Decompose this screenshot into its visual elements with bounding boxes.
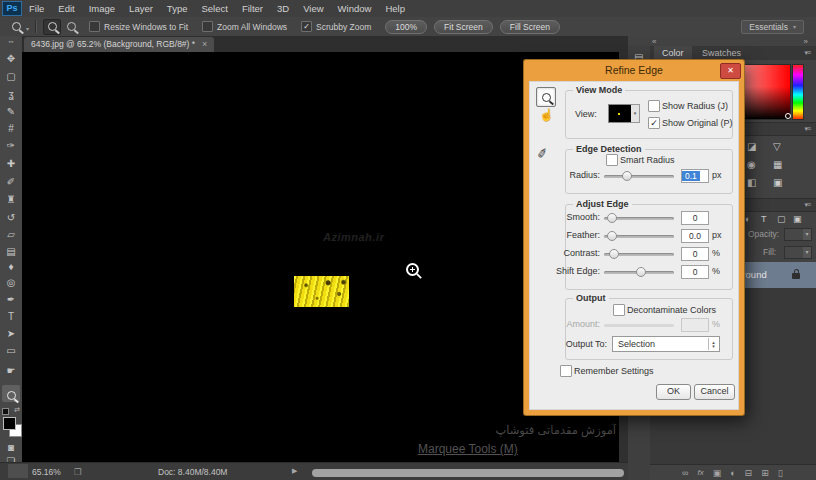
layers-panel-menu-icon[interactable]: ▾≡ — [804, 201, 810, 209]
adjustments-panel-menu-icon[interactable]: ▾≡ — [804, 125, 810, 133]
doc-copy-icon[interactable]: ❐ — [74, 467, 82, 477]
menu-image[interactable]: Image — [82, 1, 122, 17]
collapse-dock-icon[interactable]: « — [652, 37, 656, 46]
lasso-tool[interactable]: ʓ — [0, 88, 22, 102]
filter-adjustment-layers-icon[interactable]: ◐ — [745, 212, 750, 226]
menu-view[interactable]: View — [296, 1, 330, 17]
remember-settings-checkbox[interactable] — [560, 365, 572, 377]
opacity-field[interactable]: ▾ — [784, 228, 812, 241]
zoom-all-windows-checkbox[interactable]: Zoom All Windows — [202, 21, 301, 32]
menu-help[interactable]: Help — [378, 1, 412, 17]
show-original-checkbox[interactable]: ✓ — [648, 117, 660, 129]
menu-type[interactable]: Type — [160, 1, 195, 17]
quick-mask-button[interactable]: ◙ — [0, 441, 22, 455]
dialog-hand-tool-button[interactable]: ☝ — [539, 108, 554, 122]
hand-tool[interactable]: ☛ — [0, 364, 22, 378]
fill-screen-button[interactable]: Fill Screen — [500, 20, 560, 34]
expand-dock-icon[interactable]: » — [804, 37, 808, 46]
cancel-button[interactable]: Cancel — [694, 384, 735, 400]
document-tab-close-icon[interactable]: × — [202, 37, 207, 52]
type-tool[interactable]: T — [0, 310, 22, 324]
layer-group-icon[interactable]: ⊟ — [745, 468, 753, 478]
clone-stamp-tool[interactable]: ♜ — [0, 193, 22, 207]
layer-style-icon[interactable]: fx — [697, 468, 703, 477]
adjustment-icon-black-white[interactable]: ▦ — [773, 158, 782, 172]
rectangular-marquee-tool[interactable]: ▢ — [0, 70, 22, 84]
menu-filter[interactable]: Filter — [235, 1, 270, 17]
delete-layer-icon[interactable]: ▯ — [778, 468, 783, 478]
shift-edge-slider[interactable] — [604, 271, 674, 274]
layer-mask-icon[interactable]: ▣ — [713, 468, 722, 478]
menu-layer[interactable]: Layer — [122, 1, 160, 17]
shift-edge-field[interactable]: 0 — [681, 265, 709, 279]
radius-field[interactable]: 0.1 — [681, 169, 709, 183]
smooth-field[interactable]: 0 — [681, 211, 709, 225]
menu-window[interactable]: Window — [331, 1, 379, 17]
feather-field[interactable]: 0.0 — [681, 229, 709, 243]
color-panel-menu-icon[interactable]: ▾≡ — [804, 49, 810, 57]
default-colors-icon[interactable] — [2, 408, 9, 415]
adjustment-layer-icon[interactable]: ◐ — [730, 468, 735, 478]
view-dropdown-arrow[interactable]: ▾ — [631, 104, 640, 123]
decontaminate-checkbox[interactable] — [613, 304, 625, 316]
feather-slider-thumb[interactable] — [607, 231, 617, 241]
rectangle-tool[interactable]: ▭ — [0, 344, 22, 358]
healing-brush-tool[interactable]: ✚ — [0, 157, 22, 171]
zoom-tool[interactable] — [2, 385, 20, 402]
pen-tool[interactable]: ✒ — [0, 293, 22, 307]
history-brush-tool[interactable]: ↺ — [0, 211, 22, 225]
foreground-color-swatch[interactable] — [3, 417, 16, 430]
contrast-field[interactable]: 0 — [681, 247, 709, 261]
swap-colors-icon[interactable]: ⇄ — [14, 406, 20, 414]
filter-smart-object-icon[interactable]: ▣ — [793, 212, 802, 226]
ok-button[interactable]: OK — [656, 384, 691, 400]
tool-preset-caret-icon[interactable]: ▾ — [26, 25, 29, 32]
status-menu-arrow-icon[interactable]: ▶ — [292, 467, 297, 475]
refine-radius-brush-button[interactable]: ✐ — [536, 145, 549, 162]
move-tool[interactable]: ✥ — [0, 52, 22, 66]
radius-slider[interactable] — [604, 175, 674, 178]
hue-slider[interactable] — [792, 64, 804, 120]
menu-select[interactable]: Select — [194, 1, 234, 17]
output-to-dropdown[interactable]: Selection ▴▾ — [612, 336, 720, 352]
filter-type-layers-icon[interactable]: T — [761, 212, 767, 226]
filter-shape-layers-icon[interactable]: ▢ — [777, 212, 786, 226]
adjustment-icon-color-balance[interactable]: ◉ — [747, 158, 756, 172]
tab-swatches[interactable]: Swatches — [694, 46, 749, 60]
dialog-zoom-tool-button[interactable] — [536, 87, 556, 107]
fit-screen-button[interactable]: Fit Screen — [434, 20, 493, 34]
adjustment-icon-color-lookup[interactable]: ◧ — [747, 176, 756, 190]
resize-windows-checkbox[interactable]: Resize Windows to Fit — [89, 21, 202, 32]
crop-tool[interactable]: # — [0, 122, 22, 136]
new-layer-icon[interactable]: ⊞ — [761, 468, 769, 478]
feather-slider[interactable] — [604, 235, 674, 238]
adjustment-icon-invert[interactable]: ▣ — [773, 176, 782, 190]
path-selection-tool[interactable]: ➤ — [0, 327, 22, 341]
contrast-slider-thumb[interactable] — [609, 249, 619, 259]
fill-field[interactable]: ▾ — [784, 246, 812, 259]
smooth-slider[interactable] — [604, 217, 674, 220]
brush-tool[interactable]: ✐ — [0, 175, 22, 189]
show-radius-checkbox[interactable] — [648, 100, 660, 112]
workspace-switcher[interactable]: Essentials ▾ — [741, 20, 804, 34]
zoom-level-text[interactable]: 65.16% — [32, 467, 61, 477]
smooth-slider-thumb[interactable] — [607, 213, 617, 223]
zoom-out-button[interactable] — [63, 20, 79, 34]
adjustment-icon-curves[interactable]: ◪ — [747, 140, 756, 154]
scrubby-zoom-checkbox[interactable]: ✓ Scrubby Zoom — [301, 21, 385, 32]
eyedropper-tool[interactable]: ✑ — [0, 139, 22, 153]
horizontal-scrollbar-thumb[interactable] — [312, 469, 624, 477]
dialog-close-button[interactable]: ✕ — [720, 63, 741, 79]
menu-file[interactable]: File — [22, 1, 51, 17]
gradient-tool[interactable]: ▤ — [0, 245, 22, 259]
view-thumbnail[interactable] — [608, 104, 632, 123]
dodge-tool[interactable]: ◎ — [0, 276, 22, 290]
adjustment-icon-exposure[interactable]: ▽ — [773, 140, 781, 154]
menu-edit[interactable]: Edit — [51, 1, 81, 17]
eraser-tool[interactable]: ▱ — [0, 228, 22, 242]
link-layers-icon[interactable]: ∞ — [682, 468, 688, 478]
zoom-in-button[interactable] — [43, 19, 61, 35]
contrast-slider[interactable] — [604, 253, 674, 256]
menu-3d[interactable]: 3D — [270, 1, 296, 17]
document-tab[interactable]: 6436.jpg @ 65.2% (Background, RGB/8#) * … — [24, 37, 214, 52]
